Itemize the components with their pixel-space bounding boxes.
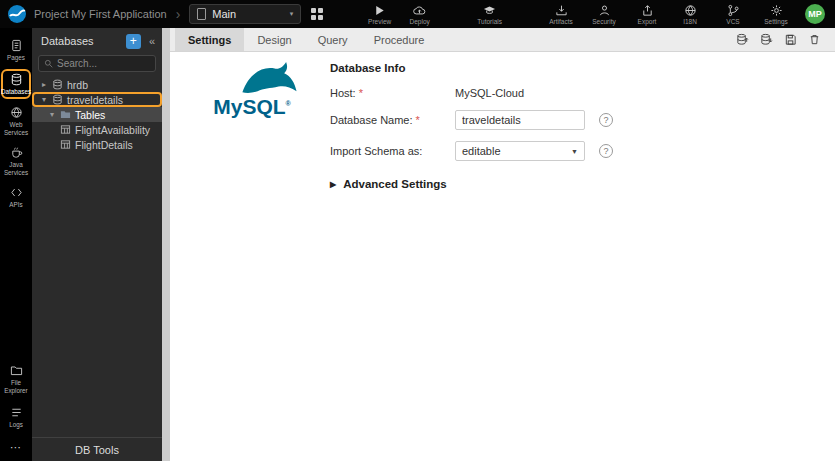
folder-icon	[60, 109, 71, 120]
search-icon	[44, 59, 53, 68]
tree-item-label: FlightDetails	[75, 139, 133, 151]
database-name-input[interactable]	[455, 110, 585, 130]
page-selector[interactable]: Main ▾	[189, 4, 301, 24]
deploy-label: Deploy	[410, 18, 430, 25]
chevron-down-icon: ▾	[48, 110, 56, 119]
mysql-wordmark-text: MySQL	[213, 95, 285, 118]
deploy-button[interactable]: Deploy	[405, 4, 435, 25]
pages-grid-icon[interactable]	[311, 8, 323, 20]
chevron-right-icon: ▸	[40, 80, 48, 89]
export-db-icon[interactable]	[736, 33, 749, 46]
sidebar-more-button[interactable]: ⋯	[1, 438, 31, 457]
tutorials-button[interactable]: Tutorials	[475, 4, 505, 25]
database-icon	[52, 94, 63, 105]
mysql-logo: MySQL®	[200, 60, 304, 117]
user-avatar[interactable]: MP	[805, 4, 825, 24]
tab-query[interactable]: Query	[305, 28, 361, 51]
registered-mark: ®	[286, 100, 291, 107]
import-schema-selected-value: editable	[462, 145, 501, 157]
database-name-label-text: Database Name:	[330, 114, 413, 126]
help-icon[interactable]: ?	[599, 144, 613, 158]
collapse-panel-button[interactable]: «	[146, 35, 158, 47]
preview-button[interactable]: Preview	[365, 4, 395, 25]
database-info-form: Database Info Host:* MySQL-Cloud Databas…	[330, 62, 790, 190]
vcs-button[interactable]: VCS	[718, 4, 748, 25]
export-icon	[641, 4, 654, 17]
app-window: Project My First Application › Main ▾ Pr…	[0, 0, 835, 461]
help-icon[interactable]: ?	[599, 113, 613, 127]
tab-procedure[interactable]: Procedure	[361, 28, 438, 51]
settings-gear-icon	[770, 4, 783, 17]
search-input[interactable]	[57, 58, 150, 69]
tree-item-flightavailability[interactable]: FlightAvailability	[32, 122, 162, 137]
pages-icon	[10, 39, 23, 52]
host-value: MySQL-Cloud	[455, 87, 524, 99]
host-row: Host:* MySQL-Cloud	[330, 87, 790, 99]
required-asterisk: *	[359, 87, 363, 99]
database-tree: ▸ hrdb ▾ traveldetails ▾ Tables FlightAv…	[32, 77, 162, 437]
database-icon	[52, 79, 63, 90]
export-button[interactable]: Export	[632, 4, 662, 25]
advanced-settings-toggle[interactable]: ▶ Advanced Settings	[330, 178, 790, 190]
logs-icon	[10, 406, 23, 419]
i18n-button[interactable]: I18N	[675, 4, 705, 25]
delete-icon[interactable]	[808, 33, 821, 46]
panel-title: Databases	[41, 35, 121, 47]
advanced-settings-label: Advanced Settings	[343, 178, 447, 190]
import-schema-row: Import Schema as: editable ▼ ?	[330, 141, 790, 161]
tree-item-label: hrdb	[67, 79, 88, 91]
security-button[interactable]: Security	[589, 4, 619, 25]
left-nav-rail: Pages Databases Web Services Java Servic…	[0, 28, 32, 461]
mysql-wordmark: MySQL®	[213, 96, 291, 117]
databases-panel-header: Databases + «	[32, 28, 162, 52]
database-icon	[10, 73, 23, 86]
db-tools-button[interactable]: DB Tools	[32, 437, 162, 461]
tree-item-label: traveldetails	[67, 94, 123, 106]
security-icon	[598, 4, 611, 17]
import-schema-label-text: Import Schema as:	[330, 145, 422, 157]
sidebar-item-java-services[interactable]: Java Services	[1, 143, 31, 179]
tree-item-traveldetails[interactable]: ▾ traveldetails	[32, 92, 162, 107]
artifacts-icon	[555, 4, 568, 17]
panel-resize-handle[interactable]	[162, 28, 170, 461]
sidebar-item-web-services[interactable]: Web Services	[1, 103, 31, 139]
tab-design[interactable]: Design	[244, 28, 304, 51]
sidebar-label: Logs	[9, 421, 23, 429]
tree-item-tables[interactable]: ▾ Tables	[32, 107, 162, 122]
settings-button[interactable]: Settings	[761, 4, 791, 25]
artifacts-label: Artifacts	[549, 18, 572, 25]
sidebar-item-apis[interactable]: APIs	[1, 183, 31, 212]
breadcrumb-chevron-icon: ›	[176, 6, 181, 22]
add-database-button[interactable]: +	[126, 34, 141, 49]
sidebar-label: APIs	[9, 201, 22, 209]
tab-settings[interactable]: Settings	[175, 28, 244, 51]
tree-item-flightdetails[interactable]: FlightDetails	[32, 137, 162, 152]
main-area: Settings Design Query Procedure MySQ	[170, 28, 835, 461]
chevron-right-icon: ▶	[330, 180, 336, 189]
sidebar-label: Web Services	[1, 121, 31, 136]
import-schema-select[interactable]: editable ▼	[455, 141, 585, 161]
more-dots-icon: ⋯	[10, 441, 22, 454]
sidebar-item-logs[interactable]: Logs	[1, 403, 31, 432]
sidebar-item-databases[interactable]: Databases	[1, 69, 31, 100]
settings-label: Settings	[764, 18, 788, 25]
database-tabbar: Settings Design Query Procedure	[170, 28, 835, 52]
import-schema-label: Import Schema as:	[330, 145, 455, 157]
deploy-icon	[413, 4, 426, 17]
sidebar-item-pages[interactable]: Pages	[1, 36, 31, 65]
import-db-icon[interactable]	[760, 33, 773, 46]
chevron-down-icon: ▾	[40, 95, 48, 104]
preview-icon	[373, 4, 386, 17]
tree-item-hrdb[interactable]: ▸ hrdb	[32, 77, 162, 92]
required-asterisk: *	[416, 114, 420, 126]
save-icon[interactable]	[784, 33, 797, 46]
tabbar-spacer	[437, 28, 736, 51]
java-services-cup-icon	[10, 146, 23, 159]
sidebar-label: File Explorer	[1, 379, 31, 394]
i18n-globe-icon	[684, 4, 697, 17]
project-title: Project My First Application	[34, 8, 167, 20]
page-selector-label: Main	[212, 8, 283, 20]
sidebar-item-file-explorer[interactable]: File Explorer	[1, 361, 31, 397]
artifacts-button[interactable]: Artifacts	[546, 4, 576, 25]
wavemaker-logo-icon[interactable]	[8, 5, 26, 23]
